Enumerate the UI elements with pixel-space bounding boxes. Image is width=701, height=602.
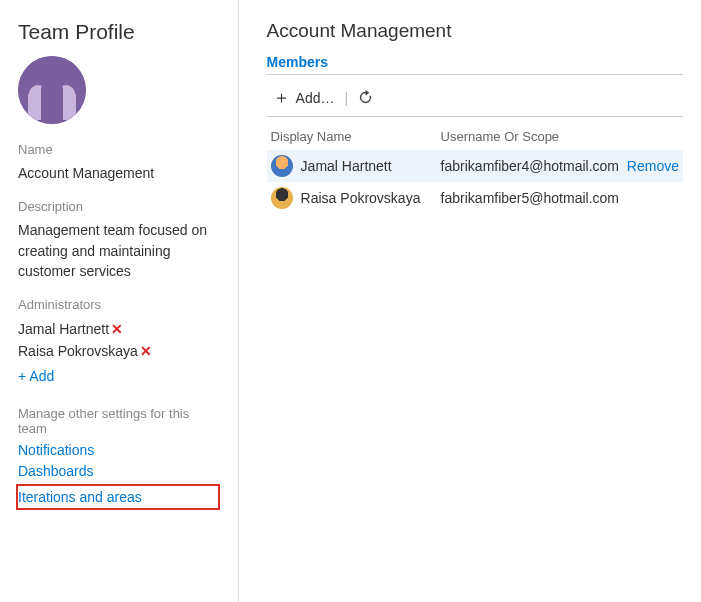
add-member-button[interactable]: ＋ Add… [273, 89, 335, 106]
member-name: Raisa Pokrovskaya [301, 190, 441, 206]
sidebar-title: Team Profile [18, 20, 220, 44]
description-value: Management team focused on creating and … [18, 220, 220, 281]
administrators-label: Administrators [18, 297, 220, 312]
manage-settings-label: Manage other settings for this team [18, 406, 220, 436]
plus-icon: ＋ [273, 89, 290, 106]
avatar [271, 155, 293, 177]
remove-admin-icon[interactable]: ✕ [111, 321, 123, 337]
dashboards-link[interactable]: Dashboards [18, 463, 220, 479]
notifications-link[interactable]: Notifications [18, 442, 220, 458]
name-value: Account Management [18, 163, 220, 183]
member-name: Jamal Hartnett [301, 158, 441, 174]
iterations-and-areas-link[interactable]: Iterations and areas [18, 489, 142, 505]
remove-member-link[interactable]: Remove [627, 158, 679, 174]
table-header: Display Name Username Or Scope [267, 123, 683, 150]
column-display-name: Display Name [271, 129, 441, 144]
toolbar: ＋ Add… | [267, 81, 683, 117]
member-username: fabrikamfiber5@hotmail.com [441, 190, 619, 206]
add-admin-link[interactable]: + Add [18, 368, 220, 384]
add-button-label: Add… [296, 90, 335, 106]
refresh-button[interactable] [358, 90, 373, 105]
admin-row: Raisa Pokrovskaya ✕ [18, 340, 220, 362]
main-panel: Account Management Members ＋ Add… | Disp… [239, 0, 701, 602]
name-label: Name [18, 142, 220, 157]
admin-list: Jamal Hartnett ✕ Raisa Pokrovskaya ✕ [18, 318, 220, 362]
admin-row: Jamal Hartnett ✕ [18, 318, 220, 340]
svg-rect-5 [41, 90, 63, 120]
highlight-annotation: Iterations and areas [16, 484, 220, 510]
sidebar: Team Profile Name Account Management Des… [0, 0, 239, 602]
settings-list: Notifications Dashboards Iterations and … [18, 442, 220, 510]
page-title: Account Management [267, 20, 683, 42]
refresh-icon [358, 90, 373, 105]
separator: | [345, 90, 349, 106]
admin-name: Jamal Hartnett [18, 321, 109, 337]
table-row[interactable]: Raisa Pokrovskaya fabrikamfiber5@hotmail… [267, 182, 683, 214]
tab-members[interactable]: Members [267, 54, 328, 70]
admin-name: Raisa Pokrovskaya [18, 343, 138, 359]
column-username: Username Or Scope [441, 129, 609, 144]
team-avatar [18, 56, 86, 124]
remove-admin-icon[interactable]: ✕ [140, 343, 152, 359]
member-username: fabrikamfiber4@hotmail.com [441, 158, 619, 174]
table-row[interactable]: Jamal Hartnett fabrikamfiber4@hotmail.co… [267, 150, 683, 182]
avatar [271, 187, 293, 209]
tab-bar: Members [267, 54, 683, 75]
description-label: Description [18, 199, 220, 214]
